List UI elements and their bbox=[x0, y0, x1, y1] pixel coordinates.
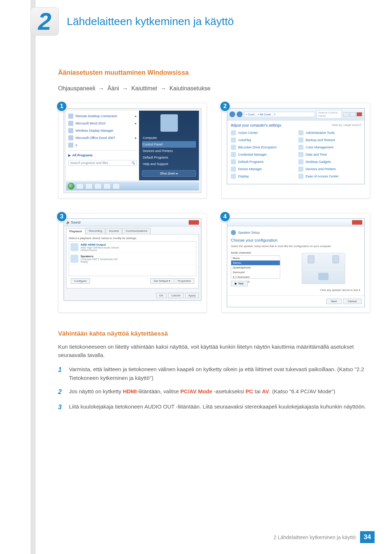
step-item: 3 Liitä kuulokejakaja tietokoneen AUDIO … bbox=[58, 402, 370, 413]
breadcrumb-part: Kaiuttimet bbox=[131, 85, 157, 91]
step-item: 2 Jos näyttö on kytketty HDMI-liitäntään… bbox=[58, 387, 370, 397]
hint-text: Select a playback device below to modify… bbox=[69, 237, 196, 240]
start-search-input[interactable]: Search programs and files 🔍 bbox=[68, 160, 137, 166]
step-text: Liitä kuulokejakaja tietokoneen AUDIO OU… bbox=[69, 402, 366, 413]
close-icon[interactable] bbox=[356, 112, 362, 116]
properties-button[interactable]: Properties bbox=[175, 278, 194, 284]
start-right-item[interactable]: Devices and Printers bbox=[142, 148, 196, 154]
close-icon[interactable] bbox=[189, 220, 199, 225]
start-menu-item[interactable]: s bbox=[68, 141, 137, 149]
ease-access-icon bbox=[298, 174, 303, 179]
screenshot-speaker-setup: 4 Speaker Setup Choose your configuratio… bbox=[221, 213, 370, 313]
wizard-heading: Choose your configuration bbox=[231, 238, 361, 242]
start-menu-item[interactable]: Microsoft Office Excel 2007▸ bbox=[68, 134, 137, 141]
forward-button-icon[interactable] bbox=[237, 111, 242, 117]
maximize-icon[interactable] bbox=[350, 112, 356, 116]
configure-button[interactable]: Configure bbox=[71, 278, 90, 284]
start-menu-left-pane: Remote Desktop Connection▸ Microsoft Wor… bbox=[66, 111, 139, 180]
step-badge: 2 bbox=[220, 101, 230, 112]
test-button[interactable]: ▶ Test bbox=[231, 281, 248, 286]
channel-option[interactable]: Surround bbox=[231, 270, 280, 275]
back-button-icon[interactable] bbox=[229, 111, 235, 117]
all-programs-button[interactable]: ▶ All Programs bbox=[68, 152, 137, 159]
tab-playback[interactable]: Playback bbox=[66, 228, 85, 234]
cp-item[interactable]: AutoPlay bbox=[231, 138, 293, 143]
channel-option-selected[interactable]: Stereo bbox=[231, 260, 280, 265]
step-badge: 4 bbox=[220, 211, 230, 222]
start-orb-icon[interactable] bbox=[68, 183, 74, 189]
next-button[interactable]: Next bbox=[326, 299, 342, 304]
chapter-title: Lähdelaitteen kytkeminen ja käyttö bbox=[67, 15, 234, 28]
channel-option[interactable]: Quadraphonic bbox=[231, 265, 280, 270]
right-speaker-icon[interactable] bbox=[332, 255, 339, 263]
address-bar[interactable]: « Cont... » All Contr... » bbox=[244, 112, 315, 117]
breadcrumb-part: Ohjauspaneeli bbox=[58, 85, 95, 91]
arrow-icon: → bbox=[122, 85, 128, 91]
taskbar-button[interactable] bbox=[113, 183, 120, 189]
cp-item[interactable]: Display bbox=[231, 174, 293, 179]
cp-item[interactable]: Default Programs bbox=[231, 159, 293, 164]
cancel-button[interactable]: Cancel bbox=[168, 293, 184, 298]
ok-button[interactable]: OK bbox=[156, 293, 167, 298]
search-input[interactable]: Search Control Panel bbox=[317, 110, 342, 119]
taskbar-button[interactable] bbox=[103, 183, 111, 189]
cp-item[interactable]: Desktop Gadgets bbox=[298, 159, 361, 164]
start-menu-item[interactable]: Remote Desktop Connection▸ bbox=[68, 112, 137, 120]
screenshot-control-panel: 2 « Cont... » All Contr... » Search Cont… bbox=[221, 103, 370, 198]
channels-listbox[interactable]: Mono Stereo Quadraphonic Surround 3.1 Su… bbox=[231, 255, 280, 279]
start-right-item[interactable]: Default Programs bbox=[142, 154, 196, 161]
step-text: Varmista, että laitteen ja tietokoneen v… bbox=[69, 365, 370, 382]
tab-sounds[interactable]: Sounds bbox=[106, 228, 122, 234]
tab-strip: Playback Recording Sounds Communications bbox=[64, 226, 201, 234]
back-orb-icon[interactable] bbox=[231, 230, 236, 235]
page-number: 34 bbox=[360, 531, 375, 543]
cp-item[interactable]: Device Manager bbox=[231, 167, 293, 172]
credential-icon bbox=[231, 152, 236, 157]
channel-option[interactable]: 3.1 Surround bbox=[231, 275, 280, 279]
step-badge: 1 bbox=[56, 101, 67, 112]
set-default-button[interactable]: Set Default ▾ bbox=[150, 278, 173, 284]
cp-item[interactable]: Credential Manager bbox=[231, 152, 293, 157]
taskbar-button[interactable] bbox=[85, 183, 93, 189]
channel-option[interactable]: Mono bbox=[231, 256, 280, 260]
shutdown-button[interactable]: Shut down ▸ bbox=[142, 170, 196, 177]
playback-device[interactable]: AMD HDMI Output AMD High Definition Audi… bbox=[69, 242, 196, 253]
start-right-item[interactable]: Help and Support bbox=[142, 161, 196, 167]
tab-recording[interactable]: Recording bbox=[86, 228, 105, 234]
cp-item[interactable]: Devices and Printers bbox=[298, 167, 361, 172]
taskbar-button[interactable] bbox=[94, 183, 102, 189]
close-icon[interactable] bbox=[352, 220, 362, 225]
chapter-number-badge: 2 bbox=[30, 7, 59, 36]
dialog-titlebar bbox=[227, 219, 364, 226]
apply-button[interactable]: Apply bbox=[185, 293, 199, 298]
speaker-layout-preview bbox=[302, 253, 345, 284]
step-badge: 3 bbox=[56, 211, 67, 222]
playback-device[interactable]: Speakers Conexant 20671 SmartAudio HD Re… bbox=[69, 253, 196, 265]
cp-item[interactable]: Administrative Tools bbox=[298, 130, 361, 135]
tab-communications[interactable]: Communications bbox=[122, 228, 151, 234]
start-menu-item[interactable]: Microsoft Word 2010▸ bbox=[68, 120, 137, 127]
app-icon bbox=[68, 143, 73, 148]
footer-text: 2 Lähdelaitteen kytkeminen ja käyttö bbox=[273, 534, 355, 540]
user-avatar bbox=[160, 114, 178, 132]
start-right-item-control-panel[interactable]: Control Panel bbox=[142, 141, 196, 148]
hdmi-output-icon bbox=[70, 243, 78, 251]
app-icon bbox=[68, 128, 73, 133]
taskbar-button[interactable] bbox=[76, 183, 83, 189]
cp-item[interactable]: BitLocker Drive Encryption bbox=[231, 145, 293, 150]
cp-item[interactable]: Action Center bbox=[231, 130, 293, 135]
cp-item[interactable]: Ease of Access Center bbox=[298, 174, 361, 179]
start-menu-item[interactable]: Wireless Display Manager bbox=[68, 127, 137, 134]
cp-item[interactable]: Date and Time bbox=[298, 152, 361, 157]
step-number: 2 bbox=[58, 387, 64, 397]
cancel-button[interactable]: Cancel bbox=[343, 299, 362, 304]
cp-item[interactable]: Color Management bbox=[298, 145, 361, 150]
view-by-dropdown[interactable]: View by: Large icons ▾ bbox=[332, 123, 361, 127]
cp-item[interactable]: Backup and Restore bbox=[298, 138, 361, 143]
breadcrumb-part: Ääni bbox=[107, 85, 119, 91]
section-title-multi-display: Vähintään kahta näyttöä käytettäessä bbox=[58, 330, 370, 337]
start-right-item[interactable]: Computer bbox=[142, 135, 196, 141]
play-icon: ▶ bbox=[235, 282, 237, 285]
left-speaker-icon[interactable] bbox=[308, 255, 314, 263]
minimize-icon[interactable] bbox=[343, 112, 349, 116]
